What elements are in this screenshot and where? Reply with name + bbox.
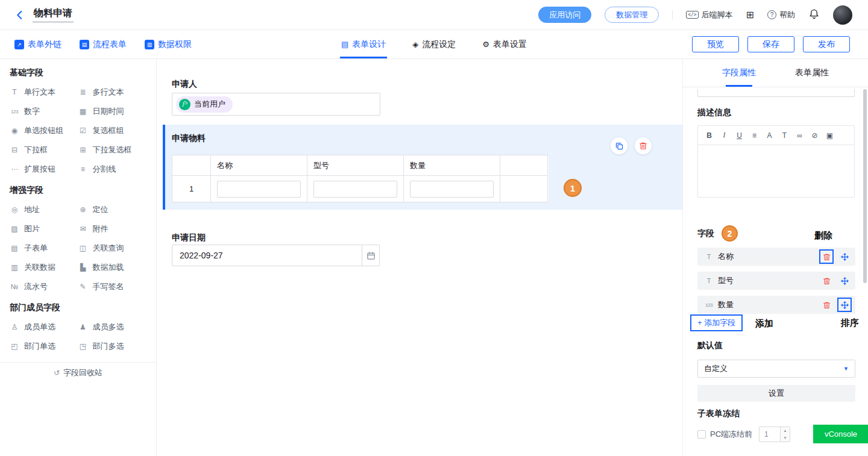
- sidebar-item-multi-select[interactable]: ⊞下拉复选框: [78, 140, 147, 160]
- field-recycle-bin-button[interactable]: ↺ 字段回收站: [0, 362, 156, 383]
- table-cell: [211, 176, 307, 202]
- multi-select-icon: ⊞: [78, 146, 88, 154]
- table-cell-input-model[interactable]: [313, 181, 397, 198]
- subform-column-row-quantity[interactable]: 123 数量: [697, 296, 855, 314]
- default-value-select[interactable]: 自定义 ▼: [697, 360, 855, 378]
- current-user-tag[interactable]: 户 当前用户: [176, 96, 233, 113]
- drag-column-handle[interactable]: [837, 298, 852, 312]
- sidebar-item-checkbox-group[interactable]: ☑复选框组: [78, 121, 147, 140]
- sidebar-item-datetime[interactable]: ▦日期时间: [78, 102, 147, 121]
- drag-column-handle[interactable]: [837, 273, 852, 288]
- form-external-link-button[interactable]: ↗ 表单外链: [14, 39, 61, 50]
- topbar-actions: 应用访问 数据管理 </> 后端脚本 ⊞ ? 帮助: [538, 5, 852, 25]
- tab-form-properties[interactable]: 表单属性: [795, 59, 829, 87]
- table-cell-input-name[interactable]: [217, 181, 301, 198]
- help-label: 帮助: [779, 10, 795, 20]
- form-canvas[interactable]: 申请人 户 当前用户 申请物料 名称 型号 数量 1 1 申: [157, 59, 682, 456]
- data-manage-button[interactable]: 数据管理: [605, 7, 659, 23]
- move-icon: [840, 252, 849, 261]
- step-up-icon[interactable]: ▲: [781, 427, 790, 434]
- chevron-left-icon: [14, 10, 25, 20]
- page-title[interactable]: 物料申请: [33, 7, 74, 22]
- divider: [672, 10, 673, 20]
- preview-button[interactable]: 预览: [692, 36, 739, 52]
- underline-icon[interactable]: U: [732, 131, 747, 140]
- data-load-icon: ▙: [78, 263, 88, 272]
- process-form-button[interactable]: ▤ 流程表单: [80, 39, 127, 50]
- radio-icon: ◉: [10, 126, 19, 135]
- table-cell-input-quantity[interactable]: [410, 181, 494, 198]
- sidebar-item-linked-data[interactable]: ▥关联数据: [10, 258, 78, 277]
- calendar-picker-button[interactable]: [362, 245, 380, 266]
- sidebar-item-dept-single[interactable]: ◰部门单选: [10, 337, 78, 356]
- date-input[interactable]: 2022-09-27: [172, 245, 362, 266]
- item-label: 分割线: [93, 164, 116, 175]
- tab-form-setting[interactable]: ⚙ 表单设置: [482, 30, 527, 58]
- sidebar-item-image[interactable]: ▨图片: [10, 219, 78, 239]
- settings-button[interactable]: 设置: [697, 385, 855, 402]
- item-label: 图片: [24, 223, 40, 234]
- freeze-count-stepper[interactable]: 1 ▲▼: [759, 426, 790, 442]
- apps-icon[interactable]: ⊞: [746, 10, 754, 20]
- sidebar-item-serial-number[interactable]: №流水号: [10, 277, 78, 296]
- sidebar-item-radio-group[interactable]: ◉单选按钮组: [10, 121, 78, 140]
- link-icon[interactable]: ∞: [792, 131, 807, 140]
- unlink-icon[interactable]: ⊘: [807, 131, 822, 140]
- notification-bell-icon[interactable]: [808, 8, 820, 22]
- delete-column-button[interactable]: [819, 298, 834, 312]
- sidebar-item-subform[interactable]: ▤子表单: [10, 239, 78, 258]
- external-link-icon: ↗: [14, 40, 24, 49]
- delete-column-button[interactable]: [819, 273, 834, 288]
- sidebar-item-number[interactable]: 123数字: [10, 102, 78, 121]
- italic-icon[interactable]: I: [717, 131, 732, 140]
- delete-column-button[interactable]: [819, 249, 834, 264]
- duplicate-field-button[interactable]: [611, 137, 627, 154]
- trash-icon: [823, 277, 831, 285]
- sidebar-item-member-single[interactable]: ♙成员单选: [10, 317, 78, 337]
- column-name: 数量: [718, 299, 734, 310]
- sidebar-item-extend-button[interactable]: ⋯扩展按钮: [10, 160, 78, 179]
- backend-script-button[interactable]: </> 后端脚本: [686, 10, 732, 20]
- sidebar-item-single-line-text[interactable]: T单行文本: [10, 83, 78, 102]
- avatar[interactable]: [833, 5, 852, 25]
- subform-column-row-name[interactable]: T 名称: [697, 248, 855, 266]
- publish-button[interactable]: 发布: [803, 36, 850, 52]
- editor-content[interactable]: [698, 145, 854, 197]
- insert-image-icon[interactable]: ▣: [822, 131, 837, 140]
- font-size-icon[interactable]: T: [777, 131, 792, 140]
- sidebar-item-address[interactable]: ◎地址: [10, 200, 78, 219]
- add-field-button[interactable]: + 添加字段: [697, 317, 735, 328]
- subform-field-selected[interactable]: 申请物料 名称 型号 数量 1 1: [163, 125, 682, 210]
- sidebar-item-location[interactable]: ⊕定位: [78, 200, 147, 219]
- applicant-input[interactable]: 户 当前用户: [172, 93, 380, 116]
- sidebar-item-select[interactable]: ⊟下拉框: [10, 140, 78, 160]
- stepper-buttons[interactable]: ▲▼: [780, 427, 790, 442]
- step-down-icon[interactable]: ▼: [781, 434, 790, 442]
- truncated-input[interactable]: [697, 89, 855, 97]
- sidebar-item-signature[interactable]: ✎手写签名: [78, 277, 147, 296]
- tab-process-setting[interactable]: ◈ 流程设定: [412, 30, 456, 58]
- font-color-icon[interactable]: A: [762, 131, 777, 140]
- delete-field-button[interactable]: [635, 137, 652, 154]
- back-button[interactable]: [14, 10, 25, 20]
- sidebar-item-divider[interactable]: ≡分割线: [78, 160, 147, 179]
- help-button[interactable]: ? 帮助: [767, 10, 795, 20]
- sidebar-item-lookup-query[interactable]: ◫关联查询: [78, 239, 147, 258]
- save-button[interactable]: 保存: [747, 36, 794, 52]
- bold-icon[interactable]: B: [702, 131, 717, 140]
- tab-field-properties[interactable]: 字段属性: [722, 59, 756, 87]
- sidebar-item-attachment[interactable]: ✉附件: [78, 219, 147, 239]
- sidebar-item-data-load[interactable]: ▙数据加载: [78, 258, 147, 277]
- tab-form-design[interactable]: ▤ 表单设计: [341, 30, 386, 58]
- drag-column-handle[interactable]: [837, 249, 852, 264]
- pc-freeze-checkbox[interactable]: [697, 430, 706, 439]
- subform-column-row-model[interactable]: T 型号: [697, 272, 855, 290]
- sidebar-item-dept-multi[interactable]: ◳部门多选: [78, 337, 147, 356]
- app-access-button[interactable]: 应用访问: [538, 7, 591, 23]
- data-permission-button[interactable]: ▥ 数据权限: [145, 39, 192, 50]
- align-icon[interactable]: ≡: [747, 131, 762, 140]
- sidebar-item-multi-line-text[interactable]: ≣多行文本: [78, 83, 147, 102]
- vconsole-button[interactable]: vConsole: [813, 425, 868, 443]
- sidebar-item-member-multi[interactable]: ♟成员多选: [78, 317, 147, 337]
- panel-scrollbar[interactable]: [863, 89, 867, 283]
